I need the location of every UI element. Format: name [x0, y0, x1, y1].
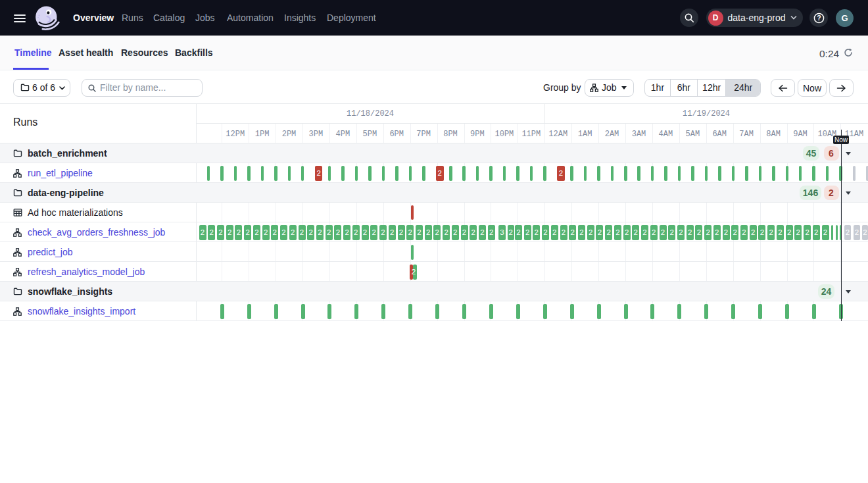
- svg-text:?: ?: [817, 14, 821, 22]
